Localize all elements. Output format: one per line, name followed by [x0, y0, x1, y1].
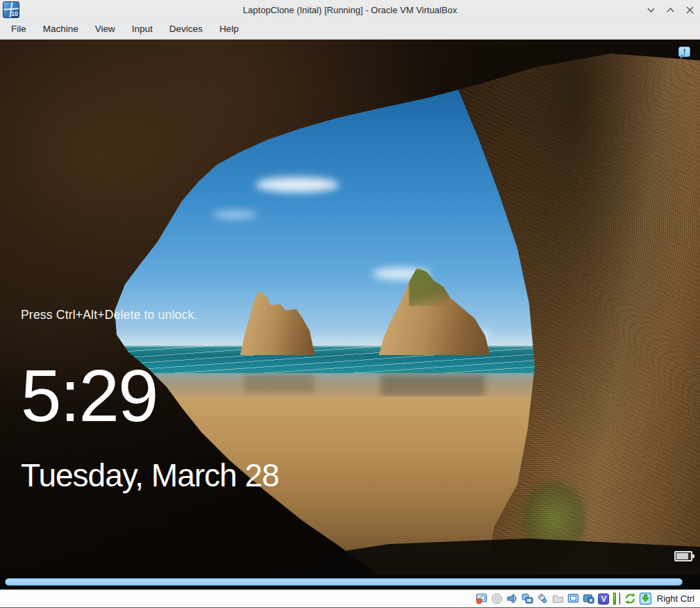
- horizontal-scrollbar[interactable]: [0, 575, 700, 589]
- host-key-label: Right Ctrl: [657, 593, 694, 604]
- virtualbox-window: 10 LaptopClone (Inital) [Running] - Orac…: [0, 0, 700, 608]
- host-key-icon[interactable]: [639, 592, 652, 605]
- menubar: File Machine View Input Devices Help: [0, 19, 700, 40]
- unlock-instruction: Press Ctrl+Alt+Delete to unlock.: [21, 308, 197, 322]
- mouse-integration-icon[interactable]: [624, 592, 637, 605]
- vm-os-icon: 10: [3, 1, 19, 18]
- maximize-icon[interactable]: [665, 5, 675, 15]
- statusbar-separator: [619, 593, 620, 605]
- vm-screen-lock-wallpaper[interactable]: ! Press Ctrl+Alt+Delete to unlock. 5:29 …: [0, 40, 700, 575]
- window-title: LaptopClone (Inital) [Running] - Oracle …: [0, 5, 700, 15]
- menu-item-help[interactable]: Help: [211, 19, 247, 39]
- notification-center-icon[interactable]: !: [678, 47, 690, 57]
- titlebar[interactable]: 10 LaptopClone (Inital) [Running] - Orac…: [0, 0, 700, 19]
- menu-item-input[interactable]: Input: [124, 19, 161, 39]
- usb-icon[interactable]: [536, 592, 549, 605]
- hard-disks-icon[interactable]: [475, 592, 488, 605]
- vm-os-badge: 10: [11, 10, 18, 17]
- close-icon[interactable]: [685, 5, 694, 15]
- recording-icon[interactable]: [582, 592, 595, 605]
- scrollbar-thumb[interactable]: [5, 578, 683, 586]
- minimize-icon[interactable]: [646, 5, 656, 15]
- display-icon[interactable]: [567, 592, 580, 605]
- wallpaper-cloud: [212, 211, 257, 219]
- features-icon[interactable]: V: [597, 592, 610, 605]
- menu-item-view[interactable]: View: [87, 19, 124, 39]
- shared-folders-icon[interactable]: [551, 592, 565, 605]
- lock-screen-date: Tuesday, March 28: [21, 457, 279, 494]
- network-icon[interactable]: [521, 592, 534, 605]
- menu-item-devices[interactable]: Devices: [161, 19, 211, 39]
- menu-item-machine[interactable]: Machine: [35, 19, 87, 39]
- window-controls: [646, 0, 694, 19]
- wallpaper-cloud: [256, 177, 339, 192]
- battery-icon: [674, 551, 692, 561]
- cpu-load-indicator: [613, 593, 616, 605]
- optical-drives-icon[interactable]: [490, 592, 503, 605]
- menu-item-file[interactable]: File: [3, 19, 35, 39]
- wallpaper-reflection: [381, 375, 485, 395]
- lock-screen-time: 5:29: [21, 358, 157, 434]
- audio-icon[interactable]: [506, 592, 519, 605]
- wallpaper-reflection: [244, 375, 314, 393]
- status-bar: V Right Ctrl: [0, 589, 700, 608]
